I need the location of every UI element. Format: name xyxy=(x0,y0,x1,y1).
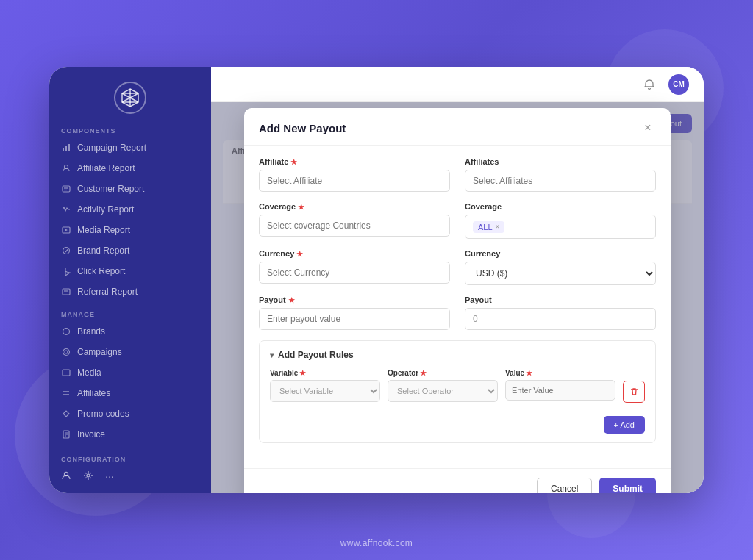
main-card: COMPONENTS Campaign Report Affiliate Rep… xyxy=(49,67,704,493)
operator-select[interactable]: Select Operator xyxy=(388,380,498,402)
cancel-button[interactable]: Cancel xyxy=(537,478,592,493)
section-manage-label: MANAGE xyxy=(49,306,211,321)
sidebar-item-label: Customer Report xyxy=(77,184,144,194)
add-rule-button[interactable]: + Add xyxy=(604,416,645,434)
coverage-tag-all: ALL × xyxy=(473,221,504,233)
modal-title: Add New Payout xyxy=(259,122,346,134)
user-avatar[interactable]: CM xyxy=(668,74,689,95)
form-col-affiliate: Affiliate ★ xyxy=(259,157,450,192)
referral-icon xyxy=(61,287,71,297)
sidebar-item-label: Media Report xyxy=(77,225,130,235)
header: CM xyxy=(211,67,704,102)
sidebar-item-media-report[interactable]: Media Report xyxy=(49,220,211,240)
customer-icon xyxy=(61,184,71,194)
invoice-icon xyxy=(61,429,71,439)
sidebar-item-affiliates[interactable]: Affiliates xyxy=(49,383,211,403)
brands-icon xyxy=(61,326,71,337)
media-icon xyxy=(61,225,71,235)
more-icon[interactable]: ··· xyxy=(105,470,114,483)
rules-form-row: Variable ★ Select Variable Ope xyxy=(270,369,645,403)
rules-col-operator: Operator ★ Select Operator xyxy=(388,369,498,402)
currency-select[interactable]: USD ($) xyxy=(465,262,656,285)
modal-backdrop: Add New Payout × Affiliate ★ xyxy=(211,102,704,493)
required-star: ★ xyxy=(288,296,295,304)
value-input[interactable] xyxy=(505,380,615,401)
sidebar-item-click-report[interactable]: Click Report xyxy=(49,261,211,281)
coverage-tag-input[interactable]: ALL × xyxy=(465,215,656,239)
affiliate-input[interactable] xyxy=(259,170,450,192)
promo-icon xyxy=(61,409,71,419)
payout-rules-header[interactable]: ▾ Add Payout Rules xyxy=(270,350,645,360)
variable-label: Variable ★ xyxy=(270,369,380,377)
sidebar-item-campaign-report[interactable]: Campaign Report xyxy=(49,137,211,158)
svg-rect-16 xyxy=(63,289,70,295)
sidebar-item-label: Brand Report xyxy=(77,245,129,256)
sidebar-item-label: Click Report xyxy=(77,266,125,276)
payout-value-input[interactable] xyxy=(465,308,656,330)
sidebar-item-label: Referral Report xyxy=(77,287,138,297)
form-col-payout-left: Payout ★ xyxy=(259,295,450,330)
sidebar-item-activity-report[interactable]: Activity Report xyxy=(49,199,211,220)
coverage-input[interactable] xyxy=(259,215,450,237)
modal-close-button[interactable]: × xyxy=(640,120,656,136)
sidebar-item-media[interactable]: Media xyxy=(49,362,211,383)
activity-icon xyxy=(61,204,71,215)
form-row-payout: Payout ★ Payout xyxy=(259,295,656,330)
modal-body: Affiliate ★ Affiliates xyxy=(244,146,671,465)
svg-rect-8 xyxy=(68,144,70,151)
sidebar-item-label: Invoice xyxy=(77,429,105,439)
required-star: ★ xyxy=(298,203,304,211)
svg-rect-21 xyxy=(63,370,70,376)
variable-select[interactable]: Select Variable xyxy=(270,380,380,402)
section-reports-label: COMPONENTS xyxy=(49,123,211,137)
sidebar-bottom: CONFIGURATION ··· xyxy=(49,445,211,493)
modal-header: Add New Payout × xyxy=(244,108,671,146)
payout-input[interactable] xyxy=(259,308,450,330)
submit-button[interactable]: Submit xyxy=(599,478,656,493)
sidebar-item-affiliate-report[interactable]: Affiliate Report xyxy=(49,158,211,179)
svg-point-18 xyxy=(63,329,70,335)
affiliates-input[interactable] xyxy=(465,170,656,192)
click-icon xyxy=(61,266,71,276)
sidebar-item-referral-report[interactable]: Referral Report xyxy=(49,281,211,302)
affiliate-icon xyxy=(61,163,71,173)
sidebar: COMPONENTS Campaign Report Affiliate Rep… xyxy=(49,67,211,493)
svg-point-19 xyxy=(63,349,70,356)
logo-icon xyxy=(114,82,146,114)
sidebar-item-brand-report[interactable]: Brand Report xyxy=(49,240,211,261)
content-area: + Add New Payout Affiliate Currency Cove… xyxy=(211,102,704,493)
payout-label-left: Payout ★ xyxy=(259,295,450,304)
affiliate-label: Affiliate ★ xyxy=(259,157,450,166)
delete-rule-button[interactable] xyxy=(623,381,645,403)
user-icon[interactable] xyxy=(61,470,71,483)
bell-icon[interactable] xyxy=(639,74,660,95)
form-col-affiliates: Affiliates xyxy=(465,157,656,192)
required-star: ★ xyxy=(290,158,297,166)
sidebar-item-customer-report[interactable]: Customer Report xyxy=(49,179,211,199)
form-col-coverage-right: Coverage ALL × xyxy=(465,202,656,239)
payout-rules-label: Add Payout Rules xyxy=(278,350,354,360)
coverage-tag-close[interactable]: × xyxy=(496,223,500,231)
campaigns-icon xyxy=(61,347,71,357)
sidebar-item-promo[interactable]: Promo codes xyxy=(49,403,211,424)
sidebar-item-brands[interactable]: Brands xyxy=(49,321,211,342)
sidebar-item-label: Campaigns xyxy=(77,347,122,357)
svg-rect-7 xyxy=(65,146,67,151)
modal-footer: Cancel Submit xyxy=(244,468,671,493)
sidebar-item-label: Promo codes xyxy=(77,409,129,419)
sidebar-item-label: Activity Report xyxy=(77,204,134,215)
required-star: ★ xyxy=(299,369,306,377)
value-label: Value ★ xyxy=(505,369,615,377)
modal-add-payout: Add New Payout × Affiliate ★ xyxy=(244,108,671,493)
main-content: CM + Add New Payout Affiliate Currency C… xyxy=(211,67,704,493)
form-row-coverage: Coverage ★ Coverage xyxy=(259,202,656,239)
sidebar-item-invoice[interactable]: Invoice xyxy=(49,424,211,445)
svg-point-20 xyxy=(65,351,68,353)
sidebar-item-campaigns[interactable]: Campaigns xyxy=(49,342,211,362)
payout-label-right: Payout xyxy=(465,295,656,304)
sidebar-item-label: Affiliate Report xyxy=(77,163,135,173)
settings-icon[interactable] xyxy=(83,470,93,483)
currency-input[interactable] xyxy=(259,262,450,284)
operator-label: Operator ★ xyxy=(388,369,498,377)
required-star: ★ xyxy=(526,369,532,377)
